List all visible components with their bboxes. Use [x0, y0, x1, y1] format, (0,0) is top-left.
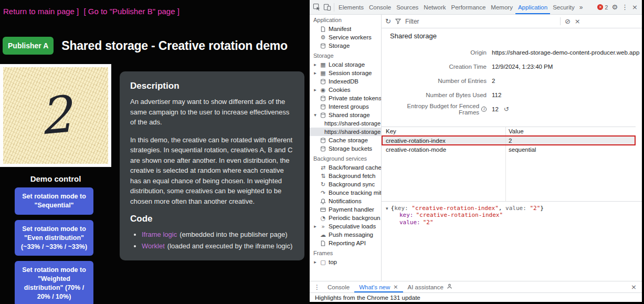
- sidebar-section-frames: Frames: [310, 250, 381, 257]
- table-row-creative-rotation-mode[interactable]: creative-rotation-mode sequential: [382, 145, 636, 154]
- code-heading: Code: [130, 214, 294, 224]
- set-weighted-distribution-button[interactable]: Set rotation mode to "Weighted distribut…: [15, 261, 93, 304]
- tab-memory[interactable]: Memory: [488, 0, 515, 14]
- preview-property-key: key:"creative-rotation-index": [386, 212, 639, 219]
- cell-key: creative-rotation-mode: [382, 146, 505, 153]
- sidebar-item-manifest[interactable]: Manifest: [310, 25, 381, 33]
- creative-number: 2: [37, 89, 73, 142]
- sidebar-item-reporting-api[interactable]: Reporting API: [310, 239, 381, 247]
- sidebar-item-back-forward-cache[interactable]: ⇄ Back/forward cache: [310, 163, 381, 172]
- drawer-tab-console[interactable]: Console: [323, 281, 354, 292]
- meta-creation-time: Creation Time 12/9/2024, 1:23:40 PM: [382, 59, 642, 74]
- database-icon: [320, 137, 326, 144]
- sidebar-item-shared-storage-origin-2[interactable]: https://shared-storage…: [310, 128, 381, 136]
- close-tab-icon[interactable]: ×: [393, 284, 398, 290]
- pane-title: Shared storage: [382, 28, 642, 43]
- sidebar-item-local-storage[interactable]: ▸ ▦ Local storage: [310, 60, 381, 69]
- error-icon: ×: [597, 4, 603, 10]
- tab-performance[interactable]: Performance: [449, 0, 489, 14]
- column-header-value[interactable]: Value: [505, 128, 636, 134]
- delete-selected-icon[interactable]: ×: [575, 17, 580, 25]
- close-devtools-icon[interactable]: ×: [632, 3, 638, 11]
- sidebar-item-background-fetch[interactable]: ⇅ Background fetch: [310, 172, 381, 180]
- reset-budget-icon[interactable]: ↺: [504, 106, 509, 113]
- set-even-distribution-button[interactable]: Set rotation mode to "Even distribution"…: [15, 220, 93, 256]
- expand-icon[interactable]: ▸: [313, 70, 318, 76]
- sidebar-item-session-storage[interactable]: ▸ ▦ Session storage: [310, 69, 381, 77]
- description-card: Description An advertiser may want to sh…: [120, 71, 304, 260]
- sidebar-item-private-state-tokens[interactable]: Private state tokens: [310, 94, 381, 102]
- column-header-key[interactable]: Key: [382, 128, 505, 134]
- sidebar-item-bounce-tracking[interactable]: ↷ Bounce tracking miti…: [310, 188, 381, 197]
- sidebar-item-cookies[interactable]: ▸ ◉ Cookies: [310, 86, 381, 94]
- sidebar-item-storage-buckets[interactable]: Storage buckets: [310, 144, 381, 153]
- bell-icon: [320, 198, 326, 205]
- filter-box: [395, 17, 556, 26]
- sidebar-item-indexeddb[interactable]: IndexedDB: [310, 77, 381, 86]
- drawer-tab-ai-assistance[interactable]: AI assistance: [403, 281, 457, 292]
- sidebar-item-shared-storage-origin-1[interactable]: https://shared-storage…: [310, 119, 381, 128]
- sidebar-section-storage: Storage: [310, 53, 381, 59]
- sidebar-item-shared-storage[interactable]: ▾ Shared storage: [310, 111, 381, 119]
- publisher-badge: Publisher A: [3, 37, 54, 55]
- cell-value: 2: [505, 138, 636, 144]
- filter-funnel-icon: [395, 18, 401, 24]
- sidebar-item-service-workers[interactable]: ⚙ Service workers: [310, 33, 381, 41]
- expand-icon[interactable]: ▸: [313, 62, 318, 67]
- bytes-value: 112: [492, 92, 501, 98]
- description-paragraph-1: An advertiser may want to show different…: [130, 97, 294, 128]
- meta-entropy-budget: Entropy Budget for Fenced Frames i 12 ↺: [382, 102, 642, 116]
- shared-storage-pane: ↻ ⊘ × Shared storage Origin https://sha: [382, 15, 642, 281]
- filter-input[interactable]: [404, 17, 541, 26]
- sidebar-item-push-messaging[interactable]: ☁ Push messaging: [310, 230, 381, 239]
- list-item: Worklet(loaded and executed by the ifram…: [142, 241, 294, 251]
- error-counter[interactable]: × 2: [597, 4, 608, 11]
- expand-icon[interactable]: ▸: [313, 224, 318, 229]
- devtools-menu-icon[interactable]: ⋮: [621, 3, 628, 11]
- expand-icon[interactable]: ▸: [313, 87, 318, 92]
- return-main-page-link[interactable]: Return to main page ]: [3, 7, 79, 16]
- sidebar-item-speculative-loads[interactable]: ▸ » Speculative loads: [310, 222, 381, 230]
- collapse-icon[interactable]: ▾: [386, 206, 388, 211]
- tab-security[interactable]: Security: [550, 0, 577, 14]
- worklet-link[interactable]: Worklet: [142, 242, 165, 250]
- collapse-icon[interactable]: ▾: [313, 112, 318, 118]
- more-tabs-icon[interactable]: »: [577, 4, 585, 11]
- delete-all-icon[interactable]: ⊘: [565, 17, 571, 25]
- up-down-arrows-icon: ⇅: [320, 173, 326, 180]
- preview-summary-line[interactable]: ▾ {key: "creative-rotation-index", value…: [386, 205, 639, 212]
- close-drawer-icon[interactable]: ×: [631, 283, 640, 291]
- sidebar-item-payment-handler[interactable]: Payment handler: [310, 205, 381, 214]
- tab-application[interactable]: Application: [515, 0, 550, 14]
- tab-sources[interactable]: Sources: [394, 0, 421, 14]
- creation-time-value: 12/9/2024, 1:23:40 PM: [492, 64, 553, 70]
- sidebar-item-interest-groups[interactable]: Interest groups: [310, 102, 381, 111]
- iframe-logic-link[interactable]: Iframe logic: [142, 230, 177, 238]
- tab-elements[interactable]: Elements: [336, 0, 366, 14]
- sidebar-item-notifications[interactable]: Notifications: [310, 197, 381, 205]
- expand-icon[interactable]: ▸: [313, 259, 318, 265]
- list-item: Iframe logic(embedded into the publisher…: [142, 229, 294, 240]
- cloud-icon: ☁: [320, 232, 326, 238]
- tab-network[interactable]: Network: [421, 0, 448, 14]
- drawer-menu-icon[interactable]: ⋮: [311, 284, 323, 291]
- publisher-b-link[interactable]: [ Go to "Publisher B" page ]: [83, 7, 179, 16]
- sidebar-item-storage[interactable]: Storage: [310, 41, 381, 50]
- sidebar-item-background-sync[interactable]: ↻ Background sync: [310, 180, 381, 188]
- sidebar-item-periodic-background-sync[interactable]: ◔ Periodic backgroun…: [310, 214, 381, 222]
- set-sequential-button[interactable]: Set rotation mode to "Sequential": [15, 187, 93, 215]
- inspect-element-icon[interactable]: [311, 2, 322, 13]
- device-toolbar-icon[interactable]: [322, 2, 332, 13]
- refresh-icon[interactable]: ↻: [385, 17, 391, 25]
- info-icon[interactable]: i: [481, 107, 487, 112]
- whats-new-headline[interactable]: Highlights from the Chrome 131 update: [315, 295, 420, 301]
- drawer-tab-whats-new[interactable]: What's new ×: [354, 281, 403, 292]
- top-nav: Return to main page ] [ Go to "Publisher…: [3, 7, 182, 16]
- sidebar-item-frame-top[interactable]: ▸ ▢ top: [310, 258, 381, 266]
- sidebar-item-cache-storage[interactable]: Cache storage: [310, 136, 381, 144]
- cell-value: sequential: [505, 146, 636, 153]
- table-row-creative-rotation-index[interactable]: creative-rotation-index 2: [382, 136, 636, 145]
- settings-gear-icon[interactable]: ⚙: [611, 3, 618, 11]
- error-count: 2: [605, 4, 608, 11]
- tab-console[interactable]: Console: [366, 0, 394, 14]
